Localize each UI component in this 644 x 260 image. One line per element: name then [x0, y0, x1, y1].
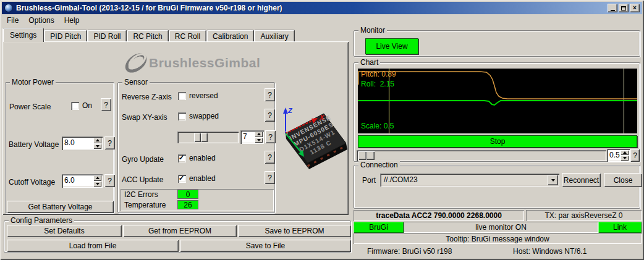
host-info: Host: Windows NT/6.1: [513, 247, 587, 256]
z-axis-label: Z: [287, 107, 293, 114]
chart-speed-input[interactable]: 0.5: [607, 149, 630, 162]
filter-value-input[interactable]: 7: [240, 130, 264, 144]
acc-help-button[interactable]: ?: [265, 171, 275, 184]
filter-slider-thumb[interactable]: [194, 133, 201, 142]
filter-value[interactable]: 7: [240, 130, 255, 144]
maximize-button[interactable]: [619, 4, 629, 12]
sensor-group: Sensor Reverse Z-axis reversed ? Swap XY…: [117, 82, 275, 213]
power-scale-label: Power Scale: [9, 103, 51, 111]
swap-xy-checkbox[interactable]: [178, 112, 186, 120]
sensor-status-box: I2C Errors 0 Temperature 26: [121, 189, 274, 211]
firmware-info: Firmware: BruGi v50 r198: [367, 247, 452, 256]
save-to-file-button[interactable]: Save to File: [180, 240, 351, 252]
load-from-file-button[interactable]: Load from File: [7, 240, 179, 252]
reconnect-button[interactable]: Reconnect: [562, 173, 601, 187]
scale-readout: Scale: 0.5: [361, 122, 394, 130]
acc-update-label: ACC Update: [122, 175, 163, 184]
swap-xy-label: Swap XY-axis: [122, 113, 167, 122]
menu-options[interactable]: Options: [23, 15, 59, 26]
tx-status: TX: par axisReverseZ 0: [526, 210, 642, 221]
temperature-value: 26: [177, 200, 198, 209]
chart-speed-thumb2[interactable]: [366, 151, 375, 160]
check-icon: ✓: [179, 174, 184, 182]
chart-speed-down-button[interactable]: [621, 156, 629, 161]
set-defaults-button[interactable]: Set Defaults: [7, 225, 122, 237]
gyro-update-checkbox[interactable]: ✓: [178, 154, 186, 162]
chart-plot: [358, 69, 637, 133]
chart-canvas: Pitch: 0.89 Roll: 2.15 Scale: 0.5: [358, 69, 637, 133]
port-dropdown-button[interactable]: [548, 175, 558, 185]
swap-xy-help-button[interactable]: ?: [265, 109, 275, 122]
sensor-legend: Sensor: [122, 78, 150, 86]
close-port-button[interactable]: Close: [604, 173, 642, 187]
battery-voltage-up-button[interactable]: [93, 138, 101, 143]
i2c-errors-value: 0: [177, 190, 198, 199]
chart-speed-thumb[interactable]: [358, 151, 366, 160]
tab-auxiliary[interactable]: Auxiliary: [254, 30, 294, 42]
filter-up-button[interactable]: [255, 132, 263, 137]
port-value: //./COM23: [380, 174, 548, 187]
acc-option-label: enabled: [189, 174, 216, 183]
app-window: Brushless-Gimbal-Tool (2013-12-15 / for …: [0, 0, 644, 260]
title-bar[interactable]: Brushless-Gimbal-Tool (2013-12-15 / for …: [2, 2, 642, 14]
tab-pid-pitch[interactable]: PID Pitch: [44, 30, 87, 42]
battery-voltage-down-button[interactable]: [93, 144, 101, 149]
port-select[interactable]: //./COM23: [380, 174, 559, 187]
power-scale-help-button[interactable]: ?: [101, 98, 111, 111]
chart-speed-up-button[interactable]: [621, 150, 629, 155]
power-scale-checkbox[interactable]: [71, 102, 79, 110]
save-to-eeprom-button[interactable]: Save to EEPROM: [238, 225, 351, 237]
pitch-readout: Pitch: 0.89: [361, 70, 396, 78]
tab-strip: Settings PID Pitch PID Roll RC Pitch RC …: [2, 28, 295, 42]
mpu6050-chip-image: INVENSENSE MPU-6050ES D1X514-W1 1138 C Z…: [277, 105, 354, 177]
tab-calibration[interactable]: Calibration: [206, 30, 254, 42]
window-title: Brushless-Gimbal-Tool (2013-12-15 / for …: [16, 4, 282, 12]
config-parameters-group: Config Parameters Set Defaults Get from …: [4, 220, 351, 253]
battery-voltage-value[interactable]: 8.0: [62, 136, 93, 150]
battery-voltage-help-button[interactable]: ?: [104, 136, 115, 149]
chevron-down-icon: [551, 179, 555, 182]
cutoff-voltage-help-button[interactable]: ?: [104, 174, 115, 187]
stop-button[interactable]: Stop: [358, 135, 637, 148]
filter-help-button[interactable]: ?: [265, 130, 276, 143]
minimize-button[interactable]: [608, 4, 617, 12]
connection-group: Connection Port //./COM23 Reconnect Clos…: [354, 165, 640, 209]
cutoff-voltage-value[interactable]: 6.0: [62, 174, 93, 188]
chart-legend: Chart: [358, 58, 380, 67]
reverse-z-help-button[interactable]: ?: [265, 88, 275, 101]
gyro-help-button[interactable]: ?: [265, 151, 275, 164]
menu-bar: File Options Help: [2, 15, 84, 26]
filter-down-button[interactable]: [255, 138, 263, 143]
config-parameters-legend: Config Parameters: [9, 216, 74, 225]
close-button[interactable]: ×: [630, 4, 640, 12]
live-view-button[interactable]: Live View: [365, 38, 418, 54]
cutoff-voltage-down-button[interactable]: [93, 182, 101, 187]
chart-speed-help-button[interactable]: ?: [630, 149, 640, 162]
tooltip-status: Tooltip: BruGi message window: [354, 233, 642, 244]
brushlessgimbal-logo-icon: [122, 52, 150, 74]
trace-data-status: traceData ACC2 790.0000 2268.0000: [354, 210, 524, 221]
filter-slider-thumb2[interactable]: [201, 133, 208, 142]
tab-rc-pitch[interactable]: RC Pitch: [127, 30, 168, 42]
get-from-eeprom-button[interactable]: Get from EEPROM: [123, 225, 237, 237]
reverse-z-checkbox[interactable]: [178, 92, 186, 100]
pitch-trace: [358, 72, 637, 99]
tab-rc-roll[interactable]: RC Roll: [169, 30, 206, 42]
check-icon: ✓: [179, 154, 184, 162]
acc-update-checkbox[interactable]: ✓: [178, 175, 186, 183]
cutoff-voltage-input[interactable]: 6.0: [62, 174, 103, 188]
battery-voltage-input[interactable]: 8.0: [62, 136, 103, 150]
maximize-icon: [621, 6, 626, 10]
chart-speed-slider[interactable]: [357, 150, 606, 161]
close-icon: ×: [633, 5, 637, 11]
i2c-errors-label: I2C Errors: [124, 190, 158, 199]
tab-settings[interactable]: Settings: [2, 28, 44, 42]
get-battery-voltage-button[interactable]: Get Battery Voltage: [7, 201, 114, 213]
menu-help[interactable]: Help: [59, 15, 85, 26]
chart-speed-value[interactable]: 0.5: [607, 149, 621, 162]
filter-slider[interactable]: [177, 132, 239, 143]
cutoff-voltage-up-button[interactable]: [93, 175, 101, 181]
menu-file[interactable]: File: [2, 15, 23, 26]
motor-power-group: Motor Power Power Scale On ? Battery Vol…: [5, 82, 114, 213]
tab-pid-roll[interactable]: PID Roll: [87, 30, 127, 42]
